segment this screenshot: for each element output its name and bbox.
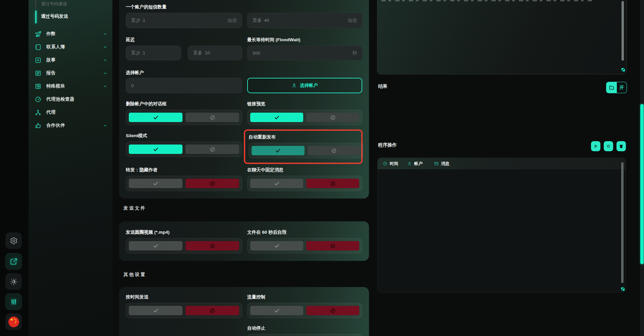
table-column-header[interactable]: 时间: [383, 158, 398, 169]
theme-rail-button[interactable]: [5, 273, 22, 290]
toggle-label: 链接预览: [247, 101, 362, 107]
ban-icon: [330, 115, 336, 120]
gear-icon: [10, 237, 18, 245]
toggle-no-button[interactable]: [308, 146, 361, 155]
open-folder-button[interactable]: [606, 82, 617, 93]
toggle-field: 按时间发送: [126, 294, 242, 318]
select-accounts-label: 选择帐户: [300, 82, 318, 89]
toggle-yes-button[interactable]: [250, 113, 303, 122]
toggle-no-button[interactable]: [185, 179, 239, 188]
toggle-yes-button[interactable]: [129, 241, 182, 250]
sidebar-item-label: 报告: [46, 70, 56, 76]
delay-min-input[interactable]: 至少 1: [126, 46, 181, 60]
operations-table: 时间帐户消息: [377, 158, 626, 292]
sidebar-subitem-active[interactable]: 通过号码发送: [41, 13, 68, 19]
sidebar-item[interactable]: 代理池检查器: [29, 93, 112, 106]
toggle-yes-button[interactable]: [250, 241, 303, 250]
china-flag-icon: [8, 317, 19, 327]
input-value: 0: [131, 83, 134, 88]
toggle-field: 自动重新发布: [244, 129, 363, 164]
toggle-yes-button[interactable]: [250, 306, 303, 315]
toggle-no-button[interactable]: [306, 241, 359, 250]
user-icon: [407, 161, 412, 166]
toggle-label: 自动重新发布: [249, 134, 361, 140]
stop-icon: [606, 144, 611, 149]
clock-icon: [383, 161, 387, 166]
resize-handle-icon[interactable]: [622, 68, 625, 71]
folder-icon: [609, 85, 614, 91]
page-scrollbar-track[interactable]: [640, 0, 644, 336]
toggle-field: 流量控制: [247, 294, 362, 318]
check-icon: [153, 308, 159, 314]
toggle-field: 在聊天中固定消息: [247, 167, 362, 191]
chevron-down-icon: [103, 84, 107, 89]
toggle-field: 自动停止: [247, 325, 362, 336]
toggle-yes-button[interactable]: [129, 145, 182, 154]
accounts-count-input[interactable]: 0: [126, 78, 242, 93]
sidebar-item-label: 作弊: [46, 31, 56, 37]
toggle-yes-button[interactable]: [129, 113, 182, 122]
toggle-no-button[interactable]: [185, 113, 239, 122]
sms-min-input[interactable]: 至少 1 短信: [126, 13, 242, 28]
partners-icon: [35, 122, 42, 129]
toggle-no-button[interactable]: [306, 179, 359, 188]
floodwait-input[interactable]: 500 秒: [247, 46, 362, 60]
toggle-label: 发送圆圈视频 (*.mp4): [126, 229, 242, 235]
toggle-no-button[interactable]: [306, 113, 359, 122]
stop-button[interactable]: [604, 141, 613, 151]
textarea-scrollbar[interactable]: [622, 1, 624, 61]
sidebar-subitem[interactable]: 通过号码邀请: [41, 1, 67, 7]
sms-max-input[interactable]: 至多 40 短信: [247, 13, 362, 28]
field-label: 一个账户的短信数量: [126, 4, 167, 10]
chevron-down-icon: [103, 71, 107, 75]
table-column-header[interactable]: 消息: [434, 158, 449, 169]
input-value: 500: [253, 51, 260, 56]
toggle-no-button[interactable]: [306, 306, 359, 315]
user-icon: [291, 83, 297, 88]
table-scrollbar[interactable]: [621, 162, 624, 283]
sidebar-item[interactable]: 故事: [29, 54, 112, 66]
filters-rail-button[interactable]: [5, 293, 22, 310]
toggle-no-button[interactable]: [185, 306, 239, 315]
results-label: 结果: [378, 83, 387, 90]
delay-max-input[interactable]: 至多 10: [188, 46, 242, 60]
sidebar-item[interactable]: 代理: [29, 106, 112, 119]
input-value: 至多 40: [253, 17, 269, 23]
send-icon: [35, 31, 42, 38]
toggle-yes-button[interactable]: [250, 179, 303, 188]
external-link-rail-button[interactable]: [5, 253, 22, 270]
toggle-yes-button[interactable]: [252, 146, 305, 155]
chevron-down-icon: [103, 123, 107, 128]
chevron-down-icon: [103, 45, 107, 49]
delete-button[interactable]: [616, 141, 626, 151]
toggle-no-button[interactable]: [185, 145, 239, 154]
input-value: 至少 1: [131, 17, 145, 23]
open-button[interactable]: 开: [617, 82, 627, 93]
toggle-group: [247, 334, 362, 336]
check-icon: [153, 243, 159, 249]
table-column-header[interactable]: 帐户: [407, 158, 423, 169]
select-accounts-button[interactable]: 选择帐户: [247, 78, 362, 93]
toggle-field: 发送圆圈视频 (*.mp4): [126, 229, 242, 254]
settings-rail-button[interactable]: [5, 232, 22, 249]
sidebar-item[interactable]: 特殊模块: [29, 80, 112, 93]
resize-handle-icon[interactable]: [621, 287, 625, 291]
page-scrollbar-thumb[interactable]: [640, 104, 644, 264]
sidebar-item[interactable]: 作弊: [29, 27, 112, 40]
ban-icon: [330, 243, 336, 249]
input-value: 至少 1: [131, 50, 145, 56]
ban-icon: [210, 181, 215, 186]
start-button[interactable]: [591, 141, 600, 151]
sidebar-item[interactable]: 合作伙伴: [29, 119, 112, 132]
play-icon: [593, 144, 598, 149]
toggle-yes-button[interactable]: [129, 179, 182, 188]
ban-icon: [330, 181, 336, 186]
sidebar-item[interactable]: 联系人簿: [29, 41, 112, 53]
toggle-label: 文件在 60 秒后自毁: [247, 229, 362, 235]
message-textarea[interactable]: [377, 0, 627, 74]
sidebar-item[interactable]: 报告: [29, 67, 112, 79]
toggle-yes-button[interactable]: [129, 306, 182, 315]
toggle-no-button[interactable]: [185, 241, 239, 250]
language-rail-button[interactable]: [5, 314, 22, 330]
column-label: 消息: [441, 161, 449, 167]
